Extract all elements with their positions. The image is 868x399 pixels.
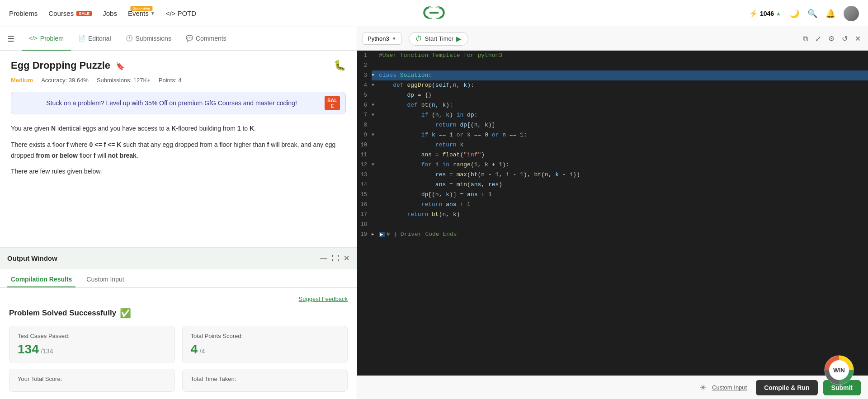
search-button[interactable]: 🔍 <box>807 9 817 19</box>
streak-counter: ⚡ 1046 ▲ <box>749 9 781 18</box>
line-content-14: ans = min(ans, res) <box>378 180 502 190</box>
events-dropdown-arrow: ▼ <box>151 11 155 16</box>
line-content-11: ans = float("inf") <box>378 150 485 160</box>
line-number-18: 18 <box>357 220 372 230</box>
output-window: Output Window — ⛶ ✕ Compilation Results … <box>0 247 357 399</box>
win-badge-text: WIN <box>823 354 855 386</box>
promo-banner[interactable]: Stuck on a problem? Level up with 35% Of… <box>11 92 346 114</box>
line-arrow-6: ▼ <box>372 100 378 110</box>
nav-courses[interactable]: Courses SALE <box>48 9 92 17</box>
compile-run-button[interactable]: Compile & Run <box>756 380 817 395</box>
code-line-13: 13 res = max(bt(n - 1, i - 1), bt(n, k -… <box>357 170 868 180</box>
maximize-button[interactable]: ⛶ <box>332 254 339 263</box>
desc-para-2: There exists a floor f where 0 <= f <= K… <box>11 140 346 161</box>
nav-problems[interactable]: Problems <box>9 9 38 17</box>
line-content-5: dp = {} <box>378 90 432 100</box>
line-number-15: 15 <box>357 190 372 200</box>
time-taken-card: Total Time Taken: <box>182 369 348 392</box>
language-selector[interactable]: Python3 ▼ <box>363 33 401 45</box>
tab-compilation-results[interactable]: Compilation Results <box>7 276 75 287</box>
line-number-9: 9 <box>357 130 372 140</box>
site-logo[interactable] <box>423 4 445 23</box>
tab-comments[interactable]: 💬 Comments <box>179 27 234 51</box>
line-number-10: 10 <box>357 140 372 150</box>
copy-code-button[interactable]: ⧉ <box>801 33 810 45</box>
tab-editorial[interactable]: 📄 Editorial <box>71 27 118 51</box>
custom-input-link[interactable]: Custom Input <box>712 384 747 391</box>
line-content-1: #User function Template for python3 <box>378 51 502 61</box>
bug-report-icon[interactable]: 🐛 <box>334 60 346 71</box>
code-line-14: 14 ans = min(ans, res) <box>357 180 868 190</box>
problem-description: You are given N identical eggs and you h… <box>11 123 346 177</box>
line-content-6: def bt(n, k): <box>378 100 453 110</box>
desc-para-3: There are few rules given below. <box>11 166 346 177</box>
play-icon: ▶ <box>456 35 462 43</box>
test-cases-value: 134 <box>18 342 39 356</box>
reset-code-button[interactable]: ↺ <box>840 33 849 45</box>
settings-button[interactable]: ⚙ <box>826 33 836 45</box>
accuracy-stat: Accuracy: 39.64% <box>41 77 89 84</box>
line-content-3: class Solution: <box>378 70 432 80</box>
bookmark-icon[interactable]: 🔖 <box>116 62 125 70</box>
line-number-6: 6 <box>357 100 372 110</box>
tab-custom-input[interactable]: Custom Input <box>83 276 127 287</box>
code-line-19: 19 ▶ ▶# } Driver Code Ends <box>357 230 868 239</box>
expand-editor-button[interactable]: ⤢ <box>813 33 823 45</box>
start-timer-label: Start Timer <box>425 35 454 42</box>
nav-jobs[interactable]: Jobs <box>103 9 117 17</box>
nav-right-items: ⚡ 1046 ▲ 🌙 🔍 🔔 <box>749 6 859 21</box>
code-line-16: 16 return ans + 1 <box>357 200 868 210</box>
suggest-feedback-link[interactable]: Suggest Feedback <box>9 296 348 302</box>
nav-events[interactable]: Upcoming Events ▼ <box>128 9 155 17</box>
hamburger-menu[interactable]: ☰ <box>7 34 14 44</box>
total-score-label: Your Total Score: <box>18 376 166 382</box>
test-cases-card: Test Cases Passed: 134 /134 <box>9 326 175 363</box>
line-number-17: 17 <box>357 210 372 220</box>
close-editor-button[interactable]: ✕ <box>853 33 863 45</box>
code-editor[interactable]: 1 #User function Template for python3 2 … <box>357 51 868 376</box>
total-score-card: Your Total Score: <box>9 369 175 392</box>
editor-action-buttons: ⧉ ⤢ ⚙ ↺ ✕ <box>801 33 863 45</box>
potd-label: POTD <box>177 9 196 17</box>
points-value: 4 <box>191 342 198 356</box>
editorial-icon: 📄 <box>78 35 85 42</box>
line-content-7: if (n, k) in dp: <box>378 110 478 120</box>
start-timer-button[interactable]: ⏱ Start Timer ▶ <box>409 32 469 46</box>
close-button[interactable]: ✕ <box>344 254 349 263</box>
code-line-17: 17 return bt(n, k) <box>357 210 868 220</box>
output-window-title: Output Window <box>7 254 57 262</box>
test-cases-total: /134 <box>41 347 53 355</box>
nav-potd[interactable]: </> POTD <box>166 9 196 17</box>
line-number-2: 2 <box>357 61 372 70</box>
win-badge[interactable]: WIN <box>823 354 855 386</box>
code-line-15: 15 dp[(n, k)] = ans + 1 <box>357 190 868 200</box>
line-arrow-19: ▶ <box>372 230 378 239</box>
line-number-16: 16 <box>357 200 372 210</box>
line-number-19: 19 <box>357 230 372 239</box>
problem-title-row: Egg Dropping Puzzle 🔖 🐛 <box>11 60 346 71</box>
code-line-12: 12 ▼ for i in range(1, k + 1): <box>357 160 868 170</box>
promo-text: Stuck on a problem? Level up with 35% Of… <box>46 99 297 107</box>
notifications-button[interactable]: 🔔 <box>826 9 835 19</box>
minimize-button[interactable]: — <box>320 254 327 263</box>
line-arrow-3: ▼ <box>372 70 378 80</box>
brightness-toggle[interactable]: ☀ <box>699 383 707 393</box>
line-number-14: 14 <box>357 180 372 190</box>
line-number-12: 12 <box>357 160 372 170</box>
dark-mode-toggle[interactable]: 🌙 <box>789 9 799 19</box>
tab-comments-label: Comments <box>196 35 226 42</box>
points-scored-label: Total Points Scored: <box>191 333 340 339</box>
user-avatar[interactable] <box>844 6 859 21</box>
points-value-row: 4 /4 <box>191 342 340 357</box>
tab-problem[interactable]: </> Problem <box>22 27 71 51</box>
streak-up-arrow: ▲ <box>776 10 781 17</box>
line-content-9: if k == 1 or k == 0 or n == 1: <box>378 130 527 140</box>
code-line-10: 10 return k <box>357 140 868 150</box>
tab-submissions[interactable]: 🕐 Submissions <box>118 27 179 51</box>
problem-content: Egg Dropping Puzzle 🔖 🐛 Medium Accuracy:… <box>0 51 357 247</box>
comment-icon: 💬 <box>186 35 193 42</box>
line-arrow-7: ▼ <box>372 110 378 120</box>
editor-toolbar: Python3 ▼ ⏱ Start Timer ▶ ⧉ ⤢ ⚙ ↺ ✕ <box>357 27 868 51</box>
code-icon: </> <box>29 35 38 42</box>
promo-sale-badge: SALE <box>325 96 340 110</box>
